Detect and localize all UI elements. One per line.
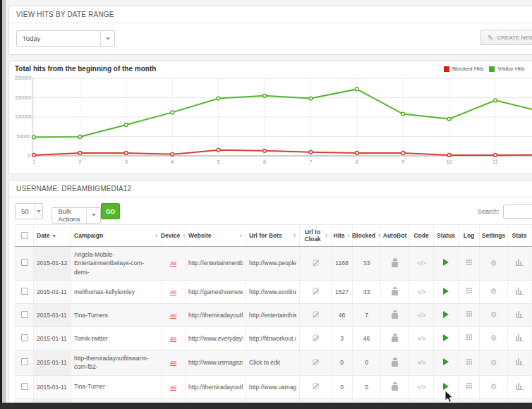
autobot-android-icon[interactable] (392, 361, 398, 367)
row-checkbox[interactable] (21, 383, 28, 390)
row-checkbox[interactable] (21, 358, 28, 365)
url-for-bots-cell[interactable]: http://entertainthis.usatod... (246, 303, 300, 326)
settings-gear-icon[interactable]: ⚙ (490, 287, 497, 295)
status-play-icon[interactable] (443, 259, 449, 266)
column-header-hits[interactable]: Hits▲▼ (332, 225, 353, 247)
status-play-icon[interactable] (443, 288, 449, 295)
hits-cell: 46 (332, 303, 353, 326)
stats-bar-chart-icon[interactable] (516, 383, 524, 390)
stats-bar-chart-icon[interactable] (516, 334, 524, 341)
column-header-date[interactable]: Date▼ (34, 225, 71, 247)
bulk-actions-select[interactable]: Bulk Actions (52, 207, 101, 224)
autobot-android-icon[interactable] (392, 290, 398, 295)
table-row: 2015-01-11http-themiradayoutfitswarm-com… (16, 350, 532, 375)
code-icon[interactable]: </> (417, 260, 425, 267)
status-play-icon[interactable] (443, 383, 449, 390)
legend-color-visitors (489, 66, 495, 72)
url-for-bots-cell[interactable]: http://www.usmagazine.c... (246, 375, 300, 398)
settings-gear-icon[interactable]: ⚙ (490, 358, 497, 367)
settings-gear-icon[interactable]: ⚙ (490, 259, 497, 267)
log-icon[interactable] (466, 311, 468, 312)
device-all-link[interactable]: All (170, 384, 176, 391)
device-all-link[interactable]: All (170, 336, 176, 342)
device-all-link[interactable]: All (170, 260, 176, 267)
code-icon[interactable]: </> (417, 384, 425, 391)
campaign-cell: Tina-Turners (71, 303, 162, 326)
hits-cell: 3 (332, 326, 353, 350)
sort-icon: ▲▼ (155, 233, 158, 238)
status-play-icon[interactable] (443, 334, 449, 341)
column-header-campaign[interactable]: Campaign▲▼ (71, 225, 162, 247)
url-for-bots-cell[interactable]: http://fitnworkout.com/ (246, 326, 300, 350)
column-header-website[interactable]: Website▲▼ (186, 225, 246, 247)
device-all-link[interactable]: All (170, 289, 176, 295)
sort-icon: ▲▼ (239, 233, 243, 238)
window-bottom-edge (0, 403, 532, 409)
stats-bar-chart-icon[interactable] (516, 311, 524, 318)
url-for-bots-cell[interactable]: http://www.eonline.com/e... (246, 280, 300, 303)
search-input[interactable] (503, 204, 532, 219)
select-all-checkbox[interactable] (21, 232, 28, 239)
column-header-status: Status (434, 225, 459, 247)
log-icon[interactable] (466, 383, 468, 384)
settings-gear-icon[interactable]: ⚙ (490, 334, 497, 342)
url-to-cloak-ban-icon[interactable] (313, 288, 319, 294)
blocked-cell: 7 (353, 303, 381, 326)
row-checkbox[interactable] (21, 311, 28, 318)
url-to-cloak-ban-icon[interactable] (313, 311, 319, 317)
column-header-log: Log (459, 225, 480, 247)
stats-bar-chart-icon[interactable] (516, 358, 524, 365)
code-icon[interactable]: </> (417, 360, 425, 366)
stats-bar-chart-icon[interactable] (516, 259, 524, 266)
page-size-select[interactable]: 50 (15, 203, 43, 219)
url-to-cloak-ban-icon[interactable] (313, 334, 319, 341)
bulk-actions-value: Bulk Actions (52, 207, 86, 223)
url-to-cloak-ban-icon[interactable] (313, 383, 319, 389)
go-button[interactable]: GO (101, 203, 120, 219)
code-icon[interactable]: </> (417, 312, 425, 319)
chevron-down-icon (86, 208, 100, 223)
row-checkbox[interactable] (21, 288, 28, 295)
campaign-cell: Tomik-twitter (71, 326, 162, 350)
legend-item-blocked: Blocked Hits (444, 66, 483, 72)
log-icon[interactable] (466, 359, 468, 360)
code-icon[interactable]: </> (417, 336, 425, 342)
device-all-link[interactable]: All (170, 312, 176, 319)
column-header-select[interactable] (16, 225, 34, 247)
column-header-device[interactable]: Device▲▼ (162, 225, 186, 247)
hits-line-chart: 050000100000150000200000 123456789101112 (15, 74, 532, 171)
autobot-android-icon[interactable] (392, 385, 398, 391)
status-play-icon[interactable] (443, 311, 449, 318)
date-range-select[interactable]: Today (16, 30, 115, 47)
campaigns-panel: USERNAME: DREAMBIGMEDIA12 50 Bulk Action… (8, 180, 532, 409)
device-all-link[interactable]: All (170, 360, 176, 366)
row-checkbox[interactable] (21, 334, 28, 341)
column-header-url-to-cloak[interactable]: Url to Cloak▲▼ (300, 225, 332, 247)
x-axis-tick: 8 (352, 159, 362, 165)
settings-gear-icon[interactable]: ⚙ (490, 382, 497, 391)
row-checkbox[interactable] (21, 259, 28, 266)
url-to-cloak-ban-icon[interactable] (313, 260, 319, 266)
y-axis-tick: 0 (15, 153, 30, 158)
settings-gear-icon[interactable]: ⚙ (490, 310, 497, 319)
website-cell: http://gameshownews.net (186, 280, 246, 303)
code-icon[interactable]: </> (417, 289, 425, 295)
url-for-bots-cell[interactable]: http://www.people.com/ar... (246, 247, 300, 281)
log-icon[interactable] (466, 334, 468, 336)
autobot-android-icon[interactable] (392, 262, 398, 267)
create-new-campaign-button[interactable]: ✎ CREATE NEW CAMPAIGN (480, 30, 532, 45)
column-header-url-for-bots[interactable]: Url for Bots▲▼ (246, 225, 300, 247)
stats-bar-chart-icon[interactable] (516, 288, 524, 295)
log-icon[interactable] (466, 288, 468, 289)
url-to-cloak-ban-icon[interactable] (313, 359, 319, 365)
autobot-android-icon[interactable] (392, 313, 398, 319)
hits-cell: 1527 (332, 280, 353, 303)
left-scrollbar-track[interactable] (2, 0, 6, 403)
url-for-bots-cell[interactable]: Click to edit (246, 350, 300, 375)
log-icon[interactable] (466, 260, 468, 261)
column-header-blocked[interactable]: Blocked▲▼ (353, 225, 381, 247)
date-range-selected-value: Today (17, 35, 100, 42)
status-play-icon[interactable] (443, 358, 449, 365)
column-header-stats: Stats (508, 225, 531, 247)
autobot-android-icon[interactable] (392, 336, 398, 342)
